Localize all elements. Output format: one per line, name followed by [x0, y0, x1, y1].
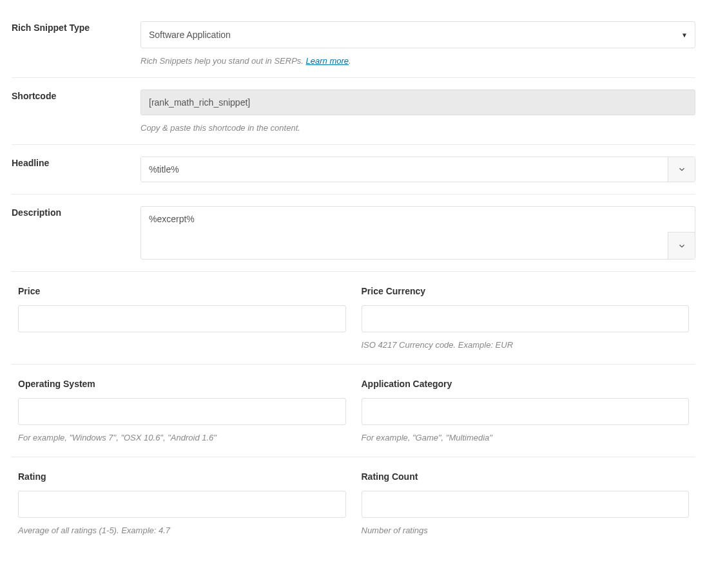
description-control: %excerpt% — [140, 206, 695, 260]
description-row: Description %excerpt% — [12, 194, 695, 271]
learn-more-link[interactable]: Learn more — [306, 56, 349, 66]
rich-snippet-type-label: Rich Snippet Type — [12, 21, 140, 33]
rich-snippet-type-select-wrapper: Software Application ▼ — [140, 21, 695, 48]
headline-label: Headline — [12, 156, 140, 168]
description-variables-button[interactable] — [668, 232, 695, 259]
rating-col: Rating Average of all ratings (1-5). Exa… — [18, 471, 346, 535]
price-col: Price — [18, 286, 346, 350]
rating-label: Rating — [18, 471, 346, 482]
shortcode-value[interactable]: [rank_math_rich_snippet] — [140, 90, 695, 115]
rich-snippet-type-help: Rich Snippets help you stand out in SERP… — [140, 56, 695, 66]
rich-snippet-type-select[interactable]: Software Application — [140, 21, 695, 48]
rich-snippet-type-row: Rich Snippet Type Software Application ▼… — [12, 10, 695, 78]
rating-input[interactable] — [18, 491, 346, 518]
application-category-help: For example, "Game", "Multimedia" — [362, 433, 690, 442]
shortcode-row: Shortcode [rank_math_rich_snippet] Copy … — [12, 78, 695, 145]
rating-help: Average of all ratings (1-5). Example: 4… — [18, 526, 346, 535]
price-currency-label: Price Currency — [362, 286, 690, 296]
application-category-label: Application Category — [362, 379, 690, 389]
headline-row: Headline — [12, 145, 695, 194]
rating-count-input[interactable] — [362, 491, 690, 518]
chevron-down-icon — [677, 242, 686, 251]
application-category-input[interactable] — [362, 398, 690, 425]
price-currency-col: Price Currency ISO 4217 Currency code. E… — [362, 286, 690, 350]
rating-row: Rating Average of all ratings (1-5). Exa… — [12, 457, 695, 549]
shortcode-control: [rank_math_rich_snippet] Copy & paste th… — [140, 90, 695, 133]
description-textarea[interactable]: %excerpt% — [141, 207, 695, 257]
headline-variables-button[interactable] — [668, 157, 695, 182]
headline-input-wrapper — [140, 156, 695, 182]
headline-control — [140, 156, 695, 182]
description-textarea-wrapper: %excerpt% — [140, 206, 695, 260]
operating-system-help: For example, "Windows 7", "OSX 10.6", "A… — [18, 433, 346, 442]
software-fields-section: Price Price Currency ISO 4217 Currency c… — [12, 271, 695, 549]
headline-input[interactable] — [141, 157, 668, 182]
shortcode-help: Copy & paste this shortcode in the conte… — [140, 123, 695, 133]
price-input[interactable] — [18, 305, 346, 332]
operating-system-input[interactable] — [18, 398, 346, 425]
operating-system-label: Operating System — [18, 379, 346, 389]
price-label: Price — [18, 286, 346, 296]
rating-count-label: Rating Count — [362, 471, 690, 482]
shortcode-label: Shortcode — [12, 90, 140, 101]
application-category-col: Application Category For example, "Game"… — [362, 379, 690, 442]
description-label: Description — [12, 206, 140, 218]
operating-system-col: Operating System For example, "Windows 7… — [18, 379, 346, 442]
rich-snippet-type-control: Software Application ▼ Rich Snippets hel… — [140, 21, 695, 66]
rating-count-col: Rating Count Number of ratings — [362, 471, 690, 535]
chevron-down-icon — [677, 165, 686, 174]
price-row: Price Price Currency ISO 4217 Currency c… — [12, 272, 695, 365]
os-category-row: Operating System For example, "Windows 7… — [12, 365, 695, 457]
price-currency-input[interactable] — [362, 305, 690, 332]
rating-count-help: Number of ratings — [362, 526, 690, 535]
price-currency-help: ISO 4217 Currency code. Example: EUR — [362, 340, 690, 350]
